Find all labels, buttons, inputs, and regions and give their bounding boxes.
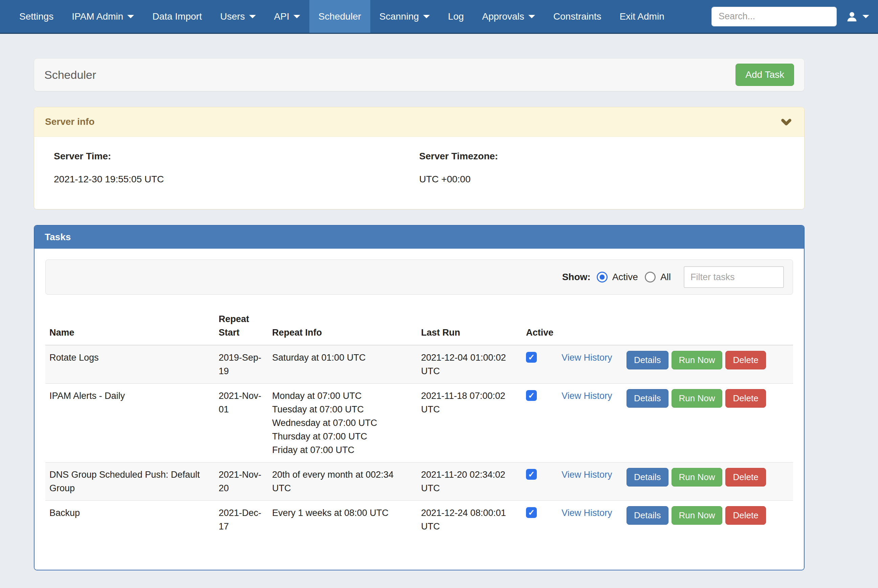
task-history-cell: View History <box>557 384 623 462</box>
search-input[interactable] <box>712 7 837 26</box>
nav-item-label: Scheduler <box>318 11 361 22</box>
add-task-button[interactable]: Add Task <box>735 64 794 86</box>
active-checkbox[interactable]: ✓ <box>526 507 537 518</box>
delete-button[interactable]: Delete <box>725 468 765 486</box>
caret-down-icon <box>862 15 869 18</box>
nav-item-settings[interactable]: Settings <box>10 0 63 33</box>
details-button[interactable]: Details <box>626 468 668 486</box>
task-active-cell: ✓ <box>522 462 557 501</box>
server-info-title: Server info <box>45 116 95 127</box>
chevron-down-icon[interactable] <box>779 115 793 129</box>
task-repeat-info-cell: Every 1 weeks at 08:00 UTC <box>268 501 417 539</box>
tasks-filter-bar: Show: ActiveAll <box>45 260 793 295</box>
task-repeat-start-cell: 2021-Nov-20 <box>215 462 268 501</box>
nav-item-label: Approvals <box>482 11 524 22</box>
nav-item-exit-admin[interactable]: Exit Admin <box>610 0 673 33</box>
column-header-name: Name <box>45 309 215 345</box>
column-header-active: Active <box>522 309 557 345</box>
nav-item-constraints[interactable]: Constraints <box>544 0 611 33</box>
caret-down-icon <box>423 15 430 18</box>
details-button[interactable]: Details <box>626 506 668 525</box>
nav-item-api[interactable]: API <box>265 0 309 33</box>
navbar-right <box>711 0 869 33</box>
page-title: Scheduler <box>44 68 96 81</box>
task-history-cell: View History <box>557 462 623 501</box>
show-option-all[interactable]: All <box>645 272 671 282</box>
caret-down-icon <box>127 15 134 18</box>
repeat-info-line: Thursday at 07:00 UTC <box>272 430 413 443</box>
repeat-info-line: Saturday at 01:00 UTC <box>272 351 413 364</box>
server-timezone-block: Server Timezone: UTC +00:00 <box>419 151 785 185</box>
task-name-cell: Rotate Logs <box>45 345 215 384</box>
active-checkbox[interactable]: ✓ <box>526 390 537 401</box>
task-repeat-start-cell: 2021-Nov-01 <box>215 384 268 462</box>
active-checkbox[interactable]: ✓ <box>526 469 537 480</box>
run-now-button[interactable]: Run Now <box>671 468 723 486</box>
nav-item-label: Settings <box>19 11 54 22</box>
main-content: Scheduler Add Task Server info Server Ti… <box>34 34 804 570</box>
run-now-button[interactable]: Run Now <box>671 389 723 408</box>
top-navbar: SettingsIPAM AdminData ImportUsersAPISch… <box>0 0 878 34</box>
server-info-header[interactable]: Server info <box>34 107 804 136</box>
radio-unchecked-icon[interactable] <box>645 272 656 282</box>
radio-checked-icon[interactable] <box>597 272 608 282</box>
task-repeat-info-cell: Monday at 07:00 UTCTuesday at 07:00 UTCW… <box>268 384 417 462</box>
run-now-button[interactable]: Run Now <box>671 506 723 525</box>
task-actions-cell: DetailsRun NowDelete <box>623 384 793 462</box>
repeat-info-line: Friday at 07:00 UTC <box>272 443 413 457</box>
task-repeat-info-cell: Saturday at 01:00 UTC <box>268 345 417 384</box>
server-info-body: Server Time: 2021-12-30 19:55:05 UTC Ser… <box>34 136 804 209</box>
task-repeat-start-cell: 2021-Dec-17 <box>215 501 268 539</box>
nav-item-label: Users <box>220 11 245 22</box>
filter-tasks-input[interactable] <box>684 266 784 288</box>
task-last-run-cell: 2021-11-20 02:34:02 UTC <box>417 462 522 501</box>
view-history-link[interactable]: View History <box>561 391 612 401</box>
tasks-table: Name Repeat Start Repeat Info Last Run A… <box>45 309 793 538</box>
server-time-label: Server Time: <box>54 151 419 162</box>
column-header-actions <box>623 309 793 345</box>
nav-item-label: API <box>274 11 290 22</box>
delete-button[interactable]: Delete <box>725 351 765 369</box>
task-active-cell: ✓ <box>522 384 557 462</box>
caret-down-icon <box>249 15 256 18</box>
repeat-info-line: Wednesday at 07:00 UTC <box>272 416 413 430</box>
view-history-link[interactable]: View History <box>561 508 612 518</box>
server-time-block: Server Time: 2021-12-30 19:55:05 UTC <box>54 151 419 185</box>
task-last-run-cell: 2021-12-04 01:00:02 UTC <box>417 345 522 384</box>
task-history-cell: View History <box>557 345 623 384</box>
run-now-button[interactable]: Run Now <box>671 351 723 369</box>
nav-item-data-import[interactable]: Data Import <box>143 0 211 33</box>
caret-down-icon <box>528 15 535 18</box>
server-timezone-label: Server Timezone: <box>419 151 785 162</box>
nav-item-label: Exit Admin <box>620 11 664 22</box>
repeat-info-line: Tuesday at 07:00 UTC <box>272 403 413 416</box>
details-button[interactable]: Details <box>626 351 668 369</box>
active-checkbox[interactable]: ✓ <box>526 352 537 363</box>
nav-item-scheduler[interactable]: Scheduler <box>309 0 370 33</box>
task-last-run-cell: 2021-11-18 07:00:02 UTC <box>417 384 522 462</box>
task-row: DNS Group Scheduled Push: Default Group2… <box>45 462 793 501</box>
nav-item-scanning[interactable]: Scanning <box>370 0 439 33</box>
task-name-cell: Backup <box>45 501 215 539</box>
column-header-repeat-start: Repeat Start <box>215 309 268 345</box>
details-button[interactable]: Details <box>626 389 668 408</box>
delete-button[interactable]: Delete <box>725 389 765 408</box>
nav-item-ipam-admin[interactable]: IPAM Admin <box>63 0 143 33</box>
nav-item-log[interactable]: Log <box>439 0 473 33</box>
navbar-search <box>711 7 837 26</box>
nav-item-label: Constraints <box>554 11 602 22</box>
server-time-value: 2021-12-30 19:55:05 UTC <box>54 174 419 185</box>
view-history-link[interactable]: View History <box>561 470 612 480</box>
nav-item-approvals[interactable]: Approvals <box>473 0 544 33</box>
radio-label: All <box>660 272 671 282</box>
show-label: Show: <box>562 272 591 282</box>
show-options: ActiveAll <box>597 272 678 282</box>
view-history-link[interactable]: View History <box>561 352 612 363</box>
task-row: Rotate Logs2019-Sep-19Saturday at 01:00 … <box>45 345 793 384</box>
user-menu[interactable] <box>845 10 869 23</box>
delete-button[interactable]: Delete <box>725 506 765 525</box>
column-header-repeat-info: Repeat Info <box>268 309 417 345</box>
repeat-info-line: Every 1 weeks at 08:00 UTC <box>272 506 413 520</box>
show-option-active[interactable]: Active <box>597 272 638 282</box>
nav-item-users[interactable]: Users <box>211 0 265 33</box>
